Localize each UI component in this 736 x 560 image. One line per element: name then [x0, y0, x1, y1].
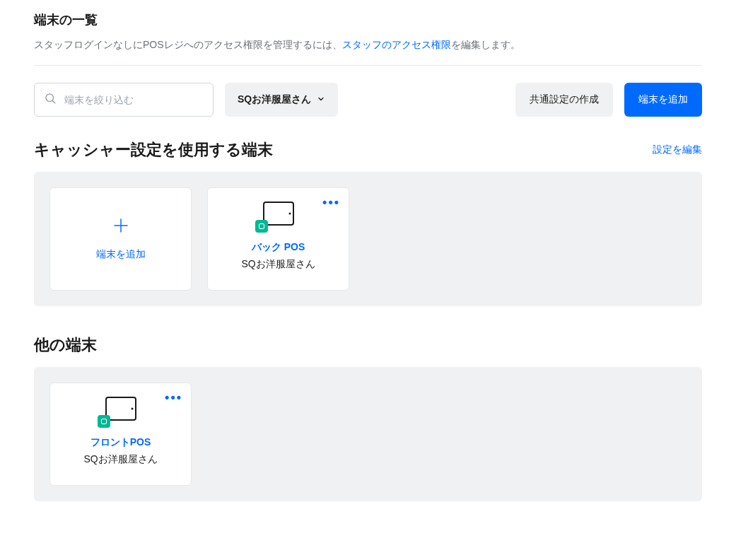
- square-badge-icon: [98, 415, 110, 428]
- device-name: フロントPOS: [90, 436, 151, 449]
- device-location: SQお洋服屋さん: [241, 258, 315, 271]
- section-title-cashier: キャッシャー設定を使用する端末: [34, 139, 273, 161]
- add-device-button[interactable]: 端末を追加: [624, 83, 702, 117]
- chevron-down-icon: [317, 94, 325, 105]
- device-name: バック POS: [252, 241, 305, 254]
- section-header-cashier: キャッシャー設定を使用する端末 設定を編集: [34, 139, 702, 161]
- search-wrap: [34, 83, 214, 117]
- svg-point-5: [288, 212, 291, 214]
- subtitle-prefix: スタッフログインなしにPOSレジへのアクセス権限を管理するには、: [34, 39, 342, 50]
- square-badge-icon: [255, 220, 268, 233]
- device-card[interactable]: ••• フロントPOS SQお洋服屋さん: [49, 383, 192, 486]
- plus-icon: [112, 217, 129, 237]
- divider: [34, 65, 702, 66]
- device-icon: [263, 202, 294, 228]
- toolbar: SQお洋服屋さん 共通設定の作成 端末を追加: [34, 83, 702, 117]
- page-title: 端末の一覧: [34, 11, 702, 28]
- location-dropdown[interactable]: SQお洋服屋さん: [225, 83, 338, 117]
- create-shared-settings-button[interactable]: 共通設定の作成: [515, 83, 613, 117]
- add-device-card[interactable]: 端末を追加: [49, 187, 192, 291]
- section-header-other: 他の端末: [34, 334, 702, 356]
- page-subtitle: スタッフログインなしにPOSレジへのアクセス権限を管理するには、スタッフのアクセ…: [34, 37, 702, 54]
- location-selected-label: SQお洋服屋さん: [238, 93, 311, 106]
- subtitle-suffix: を編集します。: [451, 39, 520, 50]
- search-input[interactable]: [34, 83, 214, 117]
- card-grid-other: ••• フロントPOS SQお洋服屋さん: [34, 367, 702, 501]
- staff-permissions-link[interactable]: スタッフのアクセス権限: [342, 39, 451, 50]
- more-icon[interactable]: •••: [322, 195, 340, 210]
- device-icon: [105, 397, 136, 424]
- card-grid-cashier: 端末を追加 ••• バック POS SQお洋服屋さん: [34, 172, 702, 306]
- edit-settings-link[interactable]: 設定を編集: [653, 144, 702, 156]
- device-location: SQお洋服屋さん: [83, 453, 157, 466]
- add-device-card-label: 端末を追加: [96, 248, 146, 261]
- svg-point-7: [131, 407, 133, 409]
- more-icon[interactable]: •••: [165, 390, 182, 405]
- section-title-other: 他の端末: [34, 334, 97, 356]
- device-card[interactable]: ••• バック POS SQお洋服屋さん: [207, 187, 349, 291]
